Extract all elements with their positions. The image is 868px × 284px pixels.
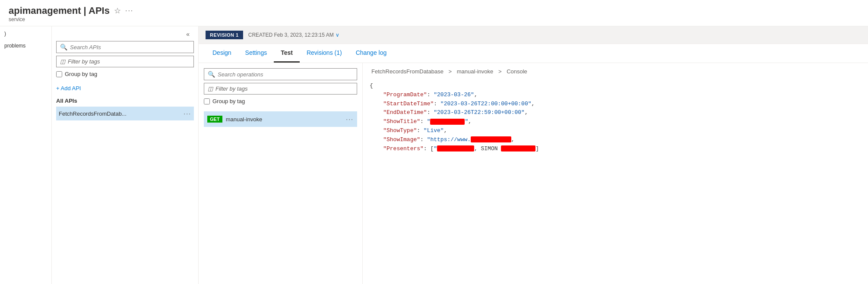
- filter-operations-box[interactable]: ◫ Filter by tags: [204, 83, 357, 95]
- content-area: REVISION 1 CREATED Feb 3, 2023, 12:23:15…: [199, 26, 868, 284]
- api-list-panel: « 🔍 ◫ Filter by tags Group by tag + Add …: [52, 26, 199, 284]
- header-more-button[interactable]: ···: [125, 7, 133, 15]
- op-group-by-tag-label: Group by tag: [212, 98, 245, 104]
- json-key-showtype: "ShowType": [383, 127, 417, 134]
- redacted-showimage: [471, 136, 511, 142]
- page-title: apimanagement | APIs: [9, 5, 110, 16]
- json-value-startdatetime: "2023-03-26T22:00:00+00:00": [440, 101, 532, 107]
- filter-apis-icon: ◫: [60, 58, 65, 65]
- search-operations-icon: 🔍: [208, 71, 215, 78]
- json-key-programdate: "ProgramDate": [383, 92, 427, 98]
- api-list-item[interactable]: FetchRecordsFromDatab... ···: [56, 107, 194, 120]
- revision-bar: REVISION 1 CREATED Feb 3, 2023, 12:23:15…: [199, 26, 868, 44]
- json-value-showtitle: " ": [427, 118, 469, 125]
- tabs-bar: Design Settings Test Revisions (1) Chang…: [199, 44, 868, 63]
- tab-settings[interactable]: Settings: [238, 44, 274, 63]
- problems-panel: ) problems: [0, 26, 52, 284]
- tab-design[interactable]: Design: [206, 44, 238, 63]
- op-group-by-tag-container: Group by tag: [204, 98, 357, 104]
- group-by-tag-container: Group by tag: [56, 71, 194, 77]
- redacted-presenters: [437, 145, 474, 151]
- json-value-showimage: "https://www.: [427, 136, 511, 143]
- app-container: apimanagement | APIs ☆ ··· service ) pro…: [0, 0, 868, 284]
- breadcrumb: FetchRecordsFromDatabase > manual-invoke…: [370, 68, 861, 75]
- json-open-brace: {: [370, 82, 373, 89]
- breadcrumb-part-2: manual-invoke: [457, 68, 494, 75]
- operation-method-badge: GET: [207, 116, 222, 123]
- search-apis-icon: 🔍: [60, 44, 67, 50]
- operation-list-item[interactable]: GET manual-invoke ···: [204, 111, 357, 127]
- search-apis-box: 🔍: [56, 41, 194, 53]
- search-operations-input[interactable]: [218, 71, 353, 78]
- api-item-more-button[interactable]: ···: [184, 110, 191, 117]
- breadcrumb-sep-1: >: [449, 68, 453, 75]
- json-value-presenters: ": [434, 145, 474, 152]
- json-value-enddatetime: "2023-03-26T22:59:00+00:00": [434, 109, 525, 116]
- console-panel: FetchRecordsFromDatabase > manual-invoke…: [363, 63, 868, 284]
- page-header: apimanagement | APIs ☆ ··· service: [0, 0, 868, 26]
- sidebar-collapse: «: [56, 31, 194, 41]
- op-group-by-tag-checkbox[interactable]: [204, 98, 210, 104]
- json-key-startdatetime: "StartDateTime": [383, 101, 434, 107]
- json-response-block: { "ProgramDate": "2023-03-26", "StartDat…: [370, 82, 861, 153]
- collapse-button[interactable]: «: [186, 31, 190, 38]
- json-value-programdate: "2023-03-26": [434, 92, 474, 98]
- search-operations-box: 🔍: [204, 68, 357, 80]
- json-key-presenters: "Presenters": [383, 145, 424, 152]
- tab-changelog[interactable]: Change log: [349, 44, 394, 63]
- main-layout: ) problems « 🔍 ◫ Filter by tags: [0, 26, 868, 284]
- tab-test[interactable]: Test: [274, 44, 300, 63]
- operation-more-button[interactable]: ···: [346, 116, 354, 123]
- operation-name: manual-invoke: [226, 116, 263, 123]
- filter-operations-icon: ◫: [208, 85, 213, 92]
- group-by-tag-checkbox[interactable]: [56, 71, 62, 77]
- operations-panel: 🔍 ◫ Filter by tags Group by tag: [199, 63, 363, 284]
- redacted-showtitle: [430, 119, 465, 125]
- revision-info: CREATED Feb 3, 2023, 12:23:15 AM ∨: [248, 32, 339, 38]
- problems-text: problems: [4, 43, 25, 49]
- add-api-label: + Add API: [56, 85, 81, 92]
- filter-operations-label: Filter by tags: [215, 85, 247, 92]
- json-key-showtitle: "ShowTitle": [383, 118, 420, 125]
- all-apis-section-label: All APIs: [56, 94, 194, 107]
- test-content: 🔍 ◫ Filter by tags Group by tag: [199, 63, 868, 284]
- json-key-showimage: "ShowImage": [383, 136, 420, 143]
- revision-dropdown-button[interactable]: ∨: [336, 32, 339, 38]
- json-key-enddatetime: "EndDateTime": [383, 109, 427, 116]
- group-by-tag-label: Group by tag: [65, 71, 97, 77]
- breadcrumb-sep-2: >: [498, 68, 503, 75]
- problems-label: ): [4, 31, 6, 37]
- breadcrumb-part-3: Console: [507, 68, 527, 75]
- revision-badge: REVISION 1: [206, 31, 243, 39]
- breadcrumb-part-1: FetchRecordsFromDatabase: [371, 68, 444, 75]
- add-api-button[interactable]: + Add API: [56, 82, 194, 94]
- page-subtitle: service: [9, 16, 133, 22]
- filter-apis-label: Filter by tags: [68, 58, 100, 65]
- redacted-presenters-2: [501, 145, 535, 151]
- favorite-icon[interactable]: ☆: [114, 6, 121, 16]
- search-apis-input[interactable]: [70, 44, 190, 50]
- api-item-name: FetchRecordsFromDatab...: [59, 110, 127, 117]
- json-value-showtype: "Live": [424, 127, 444, 134]
- tab-revisions[interactable]: Revisions (1): [300, 44, 349, 63]
- filter-apis-box[interactable]: ◫ Filter by tags: [56, 56, 194, 67]
